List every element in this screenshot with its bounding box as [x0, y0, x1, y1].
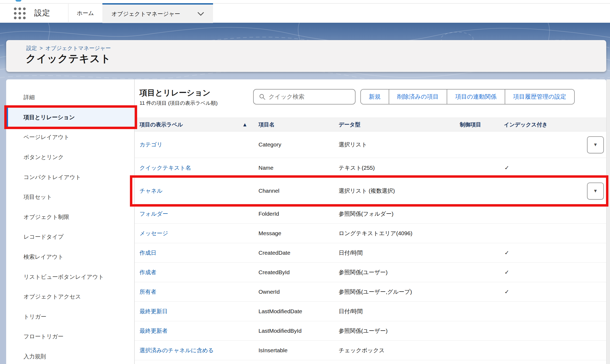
field-label-link[interactable]: クイックテキスト名 — [140, 164, 191, 172]
quick-find-search-box[interactable] — [253, 89, 356, 104]
sidebar-item-link[interactable]: オブジェクトアクセス — [6, 287, 134, 307]
fields-table-body: カテゴリCategory選択リスト▼クイックテキスト名Nameテキスト(255)… — [135, 131, 606, 360]
field-data-type: チェックボックス — [339, 347, 385, 354]
field-api-name: LastModifiedDate — [258, 308, 302, 315]
field-label-link[interactable]: 最終更新日 — [140, 308, 168, 315]
field-data-type: 日付/時間 — [339, 308, 363, 315]
sidebar-item-active[interactable]: 項目とリレーション — [6, 107, 134, 127]
breadcrumb: 設定>オブジェクトマネージャー — [26, 45, 111, 52]
field-api-name: LastModifiedById — [258, 328, 302, 334]
field-api-name: CreatedById — [258, 269, 290, 276]
toolbar-button[interactable]: 新規 — [361, 90, 389, 104]
sidebar-item-link[interactable]: コンパクトレイアウト — [6, 167, 134, 187]
tab-object-manager[interactable]: オブジェクトマネージャー — [102, 3, 213, 23]
page-title: クイックテキスト — [26, 52, 111, 65]
field-label-link[interactable]: 最終更新者 — [140, 327, 168, 335]
page-header-card: 設定>オブジェクトマネージャー クイックテキスト — [6, 40, 606, 72]
field-row: チャネルChannel選択リスト (複数選択)▼ — [135, 178, 606, 204]
field-data-type: 参照関係(ユーザー) — [339, 327, 388, 335]
sidebar-item-link[interactable]: 詳細 — [6, 87, 134, 107]
top-nav-bar: 設定 ホーム オブジェクトマネージャー — [0, 0, 610, 23]
field-api-name: Name — [258, 165, 273, 171]
toolbar-button-group: 新規削除済みの項目項目の連動関係項目履歴管理の設定 — [360, 89, 575, 104]
sidebar-item-link[interactable]: リストビューボタンレイアウト — [6, 267, 134, 287]
field-data-type: 選択リスト (複数選択) — [339, 187, 395, 195]
field-row: フォルダーFolderId参照関係(フォルダー) — [135, 204, 606, 224]
field-data-type: ロングテキストエリア(4096) — [339, 230, 412, 237]
field-label-link[interactable]: 作成者 — [140, 269, 156, 276]
sidebar-item-link[interactable]: レコードタイプ — [6, 227, 134, 247]
dropdown-arrow-icon: ▼ — [593, 189, 598, 193]
field-api-name: Category — [258, 141, 281, 148]
sidebar-list: 詳細項目とリレーションページレイアウトボタンとリンクコンパクトレイアウト項目セッ… — [6, 79, 134, 364]
quick-find-input[interactable] — [269, 93, 349, 100]
field-label-link[interactable]: 所有者 — [140, 288, 156, 296]
sidebar-item-link[interactable]: ボタンとリンク — [6, 147, 134, 167]
field-label-link[interactable]: チャネル — [140, 187, 163, 195]
sidebar-item-link[interactable]: ページレイアウト — [6, 127, 134, 147]
field-label-link[interactable]: カテゴリ — [140, 141, 163, 148]
sidebar-item-link[interactable]: トリガー — [6, 307, 134, 327]
salesforce-logo-fragment — [16, 0, 21, 2]
row-actions-dropdown-button[interactable]: ▼ — [587, 183, 604, 200]
sidebar-item-link[interactable]: 項目セット — [6, 187, 134, 207]
field-row: 選択済みのチャネルに含めるIsInsertableチェックボックス — [135, 341, 606, 360]
field-row: 作成日CreatedDate日付/時間✓ — [135, 243, 606, 263]
column-header-data-type[interactable]: データ型 — [339, 121, 360, 128]
setup-title: 設定 — [34, 3, 50, 23]
field-api-name: IsInsertable — [258, 347, 288, 354]
breadcrumb-link-object-manager[interactable]: オブジェクトマネージャー — [45, 45, 111, 51]
sidebar-item-link[interactable]: フロートリガー — [6, 327, 134, 347]
toolbar-button[interactable]: 削除済みの項目 — [389, 90, 447, 104]
field-data-type: テキスト(255) — [339, 164, 375, 172]
nav-tab-bar: 設定 ホーム オブジェクトマネージャー — [0, 3, 610, 23]
field-data-type: 参照関係(ユーザー,グループ) — [339, 288, 412, 296]
field-row: 最終更新日LastModifiedDate日付/時間 — [135, 302, 606, 321]
toolbar-button[interactable]: 項目の連動関係 — [447, 90, 505, 104]
field-row: メッセージMessageロングテキストエリア(4096) — [135, 224, 606, 243]
salesforce-setup-page: 設定 ホーム オブジェクトマネージャー — [0, 0, 610, 364]
field-api-name: Message — [258, 230, 281, 237]
field-label-link[interactable]: フォルダー — [140, 210, 168, 218]
indexed-check-icon: ✓ — [501, 250, 513, 256]
search-icon — [259, 94, 265, 100]
tab-home[interactable]: ホーム — [68, 3, 102, 23]
sidebar-item-link[interactable]: 検索レイアウト — [6, 247, 134, 267]
field-data-type: 日付/時間 — [339, 249, 363, 257]
field-label-link[interactable]: 選択済みのチャネルに含める — [140, 347, 214, 354]
field-api-name: Channel — [258, 188, 279, 194]
field-row: 作成者CreatedById参照関係(ユーザー)✓ — [135, 263, 606, 282]
column-header-field-label[interactable]: 項目の表示ラベル — [140, 121, 183, 128]
column-header-controlling-field[interactable]: 制御項目 — [460, 121, 481, 128]
field-label-link[interactable]: メッセージ — [140, 230, 168, 237]
indexed-check-icon: ✓ — [501, 289, 513, 295]
field-data-type: 参照関係(ユーザー) — [339, 269, 388, 276]
page-right-gutter — [606, 79, 610, 364]
item-count-subtitle: 11 件の項目 (項目の表示ラベル順) — [140, 100, 218, 107]
sidebar-item-link[interactable]: 入力規則 — [6, 347, 134, 364]
tab-object-manager-label: オブジェクトマネージャー — [111, 10, 180, 18]
field-row: クイックテキスト名Nameテキスト(255)✓ — [135, 158, 606, 178]
field-row: カテゴリCategory選択リスト▼ — [135, 131, 606, 158]
column-header-indexed[interactable]: インデックス付き — [504, 121, 547, 128]
table-header-row: 項目の表示ラベル ▲ 項目名 データ型 制御項目 インデックス付き — [135, 118, 606, 131]
sort-ascending-icon: ▲ — [242, 122, 248, 128]
fields-relationships-panel: 項目とリレーション 11 件の項目 (項目の表示ラベル順) 新規削除済みの項目項… — [134, 79, 606, 364]
breadcrumb-link-setup[interactable]: 設定 — [26, 45, 37, 51]
field-api-name: CreatedDate — [258, 250, 290, 256]
breadcrumb-separator: > — [40, 45, 43, 51]
chevron-down-icon — [198, 12, 204, 16]
indexed-check-icon: ✓ — [501, 269, 513, 276]
row-actions-dropdown-button[interactable]: ▼ — [587, 136, 604, 153]
field-row: 所有者OwnerId参照関係(ユーザー,グループ)✓ — [135, 282, 606, 302]
toolbar-button[interactable]: 項目履歴管理の設定 — [505, 90, 574, 104]
column-header-field-name[interactable]: 項目名 — [258, 121, 275, 128]
field-label-link[interactable]: 作成日 — [140, 249, 156, 257]
object-settings-sidebar: 詳細項目とリレーションページレイアウトボタンとリンクコンパクトレイアウト項目セッ… — [6, 79, 134, 364]
field-data-type: 選択リスト — [339, 141, 367, 148]
field-data-type: 参照関係(フォルダー) — [339, 210, 393, 218]
sidebar-item-link[interactable]: オブジェクト制限 — [6, 207, 134, 227]
field-row: 最終更新者LastModifiedById参照関係(ユーザー) — [135, 321, 606, 341]
indexed-check-icon: ✓ — [501, 165, 513, 171]
app-launcher-waffle-icon[interactable] — [14, 7, 26, 19]
